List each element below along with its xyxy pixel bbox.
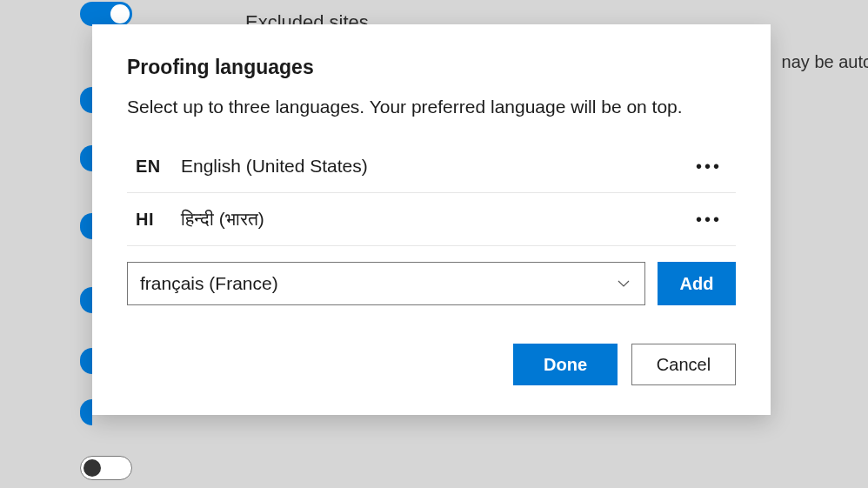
language-name: English (United States) [181, 156, 687, 177]
dropdown-selected-text: français (France) [140, 273, 615, 294]
dialog-title: Proofing languages [127, 56, 736, 79]
toggle-switch[interactable] [80, 2, 132, 26]
more-options-button[interactable]: ••• [687, 209, 731, 230]
chevron-down-icon [615, 275, 632, 292]
language-row: HI हिन्दी (भारत) ••• [127, 193, 736, 246]
done-button[interactable]: Done [513, 344, 618, 385]
language-code: EN [136, 157, 181, 177]
language-list: EN English (United States) ••• HI हिन्दी… [127, 140, 736, 246]
proofing-languages-dialog: Proofing languages Select up to three la… [92, 24, 771, 415]
add-button[interactable]: Add [658, 262, 736, 305]
toggle-sliver [80, 145, 92, 171]
dialog-footer: Done Cancel [127, 344, 736, 385]
toggle-sliver [80, 348, 92, 374]
cancel-button[interactable]: Cancel [631, 344, 736, 385]
toggle-switch-off[interactable] [80, 456, 132, 480]
add-language-row: français (France) Add [127, 262, 736, 305]
language-code: HI [136, 210, 181, 230]
dialog-subtitle: Select up to three languages. Your prefe… [127, 97, 736, 117]
toggle-sliver [80, 213, 92, 239]
toggle-sliver [80, 287, 92, 313]
toggle-sliver [80, 399, 92, 425]
language-dropdown[interactable]: français (France) [127, 262, 645, 305]
background-text-fragment: nay be autc [782, 52, 868, 72]
language-name: हिन्दी (भारत) [181, 209, 687, 230]
toggle-sliver [80, 87, 92, 113]
more-options-button[interactable]: ••• [687, 156, 731, 177]
language-row: EN English (United States) ••• [127, 140, 736, 193]
